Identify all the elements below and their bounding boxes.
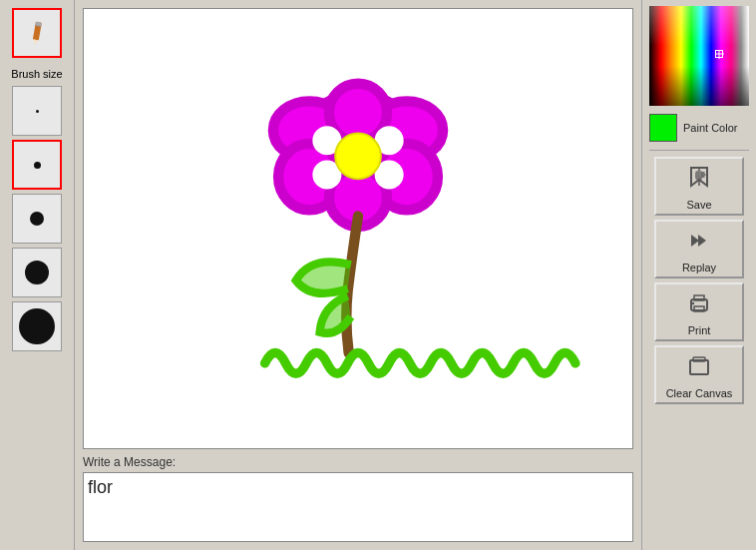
brush-size-tiny[interactable] (12, 86, 62, 136)
svg-marker-21 (691, 235, 699, 247)
drawing-canvas[interactable] (83, 8, 633, 449)
pencil-tool-button[interactable] (12, 8, 62, 58)
brush-size-xlarge[interactable] (12, 301, 62, 351)
print-button[interactable]: Print (654, 282, 744, 341)
divider (649, 150, 749, 151)
message-area: Write a Message: (83, 455, 633, 542)
main-area: Write a Message: (75, 0, 641, 550)
svg-point-26 (692, 302, 694, 304)
pencil-icon (23, 19, 51, 47)
svg-point-15 (335, 134, 381, 180)
replay-label: Replay (682, 262, 716, 274)
drawing-svg (84, 9, 632, 448)
print-label: Print (688, 324, 711, 336)
save-button[interactable]: Save (654, 157, 744, 216)
selected-color-row: Paint Color (649, 114, 749, 142)
print-icon (685, 289, 713, 321)
message-input[interactable] (83, 472, 633, 542)
color-gradient[interactable] (649, 6, 749, 106)
clear-canvas-button[interactable]: Clear Canvas (654, 345, 744, 404)
replay-button[interactable]: Replay (654, 220, 744, 278)
selected-color-swatch[interactable] (649, 114, 677, 142)
brush-size-small[interactable] (12, 140, 62, 190)
replay-icon (685, 227, 713, 259)
clear-canvas-label: Clear Canvas (666, 387, 733, 399)
svg-rect-24 (694, 295, 704, 300)
right-panel: Paint Color Save (641, 0, 756, 550)
paint-color-label: Paint Color (683, 122, 737, 134)
svg-marker-1 (33, 40, 38, 46)
svg-rect-25 (694, 306, 704, 311)
color-canvas[interactable] (649, 6, 749, 106)
save-label: Save (686, 199, 711, 211)
svg-rect-27 (690, 360, 708, 374)
brush-size-medium[interactable] (12, 194, 62, 244)
brush-size-label: Brush size (11, 68, 62, 80)
message-label: Write a Message: (83, 455, 633, 469)
left-toolbar: Brush size (0, 0, 75, 550)
clear-icon (685, 352, 713, 384)
brush-size-large[interactable] (12, 248, 62, 297)
svg-marker-22 (698, 235, 706, 247)
save-icon (685, 164, 713, 196)
color-picker-area[interactable] (649, 6, 749, 106)
